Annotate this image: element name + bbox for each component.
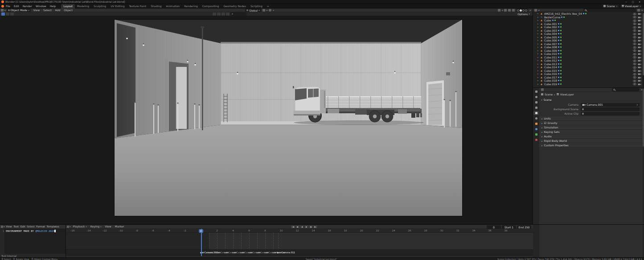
disable-in-render-icon[interactable] xyxy=(638,53,641,55)
collapsed-panel[interactable]: ▸ Custom Properties xyxy=(539,143,644,148)
expand-caret-icon[interactable]: ▸ xyxy=(537,76,540,78)
display-mode-caret-icon[interactable]: ▾ xyxy=(538,9,540,12)
show-overlays-icon[interactable] xyxy=(508,9,511,12)
hide-in-viewport-icon[interactable] xyxy=(633,76,636,78)
text-editor-icon[interactable] xyxy=(1,226,3,228)
disable-in-render-icon[interactable] xyxy=(638,83,641,86)
timeline-ruler[interactable]: -16-14-12-10-8-6-4-224681012141618202224… xyxy=(66,229,533,233)
render-properties-tab[interactable] xyxy=(533,95,539,99)
hide-in-viewport-icon[interactable] xyxy=(633,43,636,45)
concrete-floor[interactable] xyxy=(115,125,462,216)
text-editor-menu-item[interactable]: Edit xyxy=(20,225,26,229)
expand-caret-icon[interactable]: ▸ xyxy=(537,36,540,38)
hide-in-viewport-icon[interactable] xyxy=(633,16,636,18)
transform-options-icon[interactable] xyxy=(222,12,225,16)
camera-field[interactable]: Camera.001 ✕ xyxy=(581,103,640,107)
expand-caret-icon[interactable]: ▸ xyxy=(537,19,540,21)
workspace-tab[interactable]: Modeling xyxy=(75,4,91,8)
modifiers-properties-tab[interactable] xyxy=(533,127,539,131)
material-preview-icon[interactable] xyxy=(522,9,525,12)
disable-in-render-icon[interactable] xyxy=(638,70,641,72)
workspace-tab[interactable]: Animation xyxy=(164,4,182,8)
workspace-tab[interactable]: + xyxy=(265,4,271,8)
text-editor-menu-item[interactable]: Templates xyxy=(46,225,60,229)
hide-in-viewport-icon[interactable] xyxy=(633,83,636,85)
playhead-line[interactable] xyxy=(201,229,202,256)
expand-caret-icon[interactable]: ▸ xyxy=(537,70,540,72)
transform-snap-icon[interactable] xyxy=(217,12,221,16)
expand-caret-icon[interactable]: ▸ xyxy=(537,46,540,48)
expand-caret-icon[interactable]: ▸ xyxy=(537,26,540,28)
outliner-item[interactable]: ▸ Cube.017 xyxy=(533,76,644,79)
outliner-item[interactable]: ▸ Cube.001 xyxy=(533,22,644,26)
expand-caret-icon[interactable]: ▸ xyxy=(537,12,540,15)
breadcrumb-scene[interactable]: Scene xyxy=(545,93,553,96)
outliner-item[interactable]: ▸ Cube xyxy=(533,19,644,22)
prev-keyframe-button[interactable]: ◀| xyxy=(295,225,299,228)
collapsed-panel[interactable]: ▸ Audio xyxy=(539,134,644,139)
editor-type-caret-icon[interactable]: ▾ xyxy=(4,225,5,228)
hide-in-viewport-icon[interactable] xyxy=(633,23,636,25)
scene-properties-tab[interactable] xyxy=(533,111,539,115)
workspace-tab[interactable]: Texture Paint xyxy=(127,4,148,8)
hide-in-viewport-icon[interactable] xyxy=(633,73,636,75)
hide-in-viewport-icon[interactable] xyxy=(633,63,636,65)
object-data-properties-tab[interactable] xyxy=(533,132,539,136)
proportional-dropdown-icon[interactable]: ▾ xyxy=(273,9,274,12)
output-properties-tab[interactable] xyxy=(533,100,539,104)
frame-end-field[interactable]: End 250 xyxy=(517,225,531,229)
filter-icon[interactable] xyxy=(637,9,640,12)
outliner-item[interactable]: ▸ Cube.010 xyxy=(533,52,644,56)
text-editor-menu-item[interactable]: Select xyxy=(26,225,35,229)
outliner-item[interactable]: ▸ Cube.008 xyxy=(533,45,644,49)
disable-in-render-icon[interactable] xyxy=(638,50,641,52)
expand-caret-icon[interactable]: ▸ xyxy=(537,66,540,68)
timeline-track-area[interactable] xyxy=(66,233,533,249)
snap-magnet-icon[interactable] xyxy=(263,9,265,12)
current-frame-field[interactable]: 0 xyxy=(487,225,501,229)
disable-in-render-icon[interactable] xyxy=(638,23,641,25)
hide-in-viewport-icon[interactable] xyxy=(633,26,636,29)
view-layer-properties-tab[interactable] xyxy=(533,106,539,110)
workspace-tab[interactable]: Rendering xyxy=(182,4,200,8)
marker-track[interactable]: ◆Camera.001◆Camera◆Camera◆Camera◆Camera◆… xyxy=(66,249,533,256)
options-dropdown-icon[interactable]: ▾ xyxy=(529,12,530,15)
expand-caret-icon[interactable]: ▸ xyxy=(537,16,540,18)
expand-caret-icon[interactable]: ▸ xyxy=(537,23,540,25)
hide-in-viewport-icon[interactable] xyxy=(633,60,636,62)
tool-properties-tab[interactable] xyxy=(533,90,539,94)
disable-in-render-icon[interactable] xyxy=(638,43,641,45)
hide-in-viewport-icon[interactable] xyxy=(633,66,636,69)
disable-in-render-icon[interactable] xyxy=(638,29,641,32)
properties-search-input[interactable] xyxy=(616,88,638,91)
camera-marker[interactable]: ◆Camera.011 xyxy=(277,251,295,254)
outliner-item[interactable]: ▸ Cube.007 xyxy=(533,42,644,46)
timeline-editor-icon[interactable] xyxy=(67,226,69,228)
expand-caret-icon[interactable]: ▸ xyxy=(537,73,540,75)
topbar-menu-item[interactable]: File xyxy=(4,4,12,8)
maximize-button[interactable]: □ xyxy=(630,0,636,4)
outliner-item[interactable]: ▸ Cube.003 xyxy=(533,29,644,33)
object-properties-tab[interactable] xyxy=(533,122,539,126)
proportional-editing-icon[interactable] xyxy=(269,9,271,12)
properties-search[interactable] xyxy=(612,88,640,91)
topbar-menu-item[interactable]: Help xyxy=(48,4,58,8)
hide-in-viewport-icon[interactable] xyxy=(633,46,636,49)
toggle-xray-icon[interactable] xyxy=(512,9,515,12)
properties-editor-icon[interactable] xyxy=(541,88,544,91)
view-layer-selector[interactable]: ViewLayer ✕ xyxy=(620,4,643,8)
outliner-item[interactable]: ▸ Cube.015 xyxy=(533,69,644,73)
outliner-item[interactable]: ▸ Cube.004 xyxy=(533,32,644,36)
remove-view-layer-icon[interactable]: ✕ xyxy=(640,5,641,8)
hide-in-viewport-icon[interactable] xyxy=(633,20,636,22)
active-tool-icon[interactable] xyxy=(1,12,5,16)
disable-in-render-icon[interactable] xyxy=(638,12,641,15)
outliner-item[interactable]: ▸ Cube.016 xyxy=(533,72,644,76)
workspace-tab[interactable]: UV Editing xyxy=(108,4,127,8)
expand-caret-icon[interactable]: ▸ xyxy=(537,83,540,85)
viewport-menu-item[interactable]: Select xyxy=(41,8,53,12)
text-editor-menu-item[interactable]: Format xyxy=(35,225,45,229)
topbar-menu-item[interactable]: Window xyxy=(34,4,48,8)
hide-in-viewport-icon[interactable] xyxy=(633,40,636,42)
outliner-item[interactable]: ▸ Cube.014 xyxy=(533,66,644,69)
